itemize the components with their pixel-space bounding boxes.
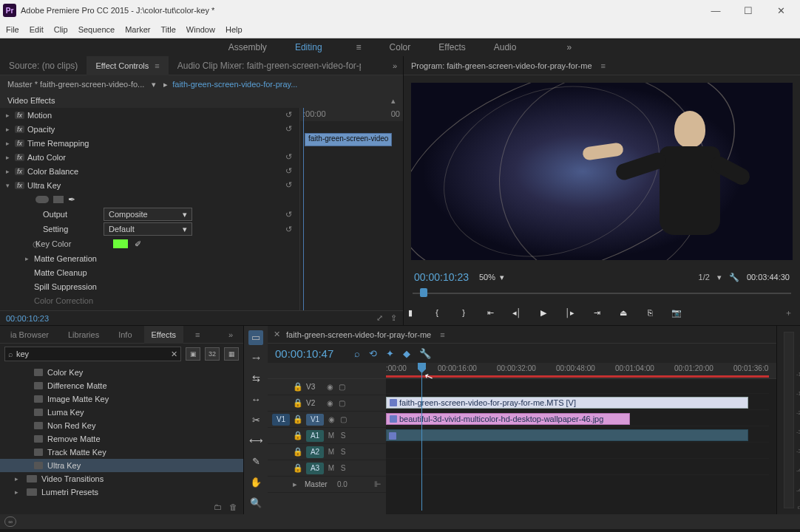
program-playhead[interactable] — [420, 288, 427, 297]
folder-lumetri-presets[interactable]: ▸Lumetri Presets — [0, 485, 243, 499]
program-scrubber[interactable] — [413, 287, 791, 300]
output-dropdown[interactable]: Composite▾ — [104, 208, 192, 221]
effect-controls-timeline[interactable]: :00:0000 faith-green-screen-video — [299, 108, 403, 310]
target-a1[interactable]: A1 — [306, 430, 324, 442]
play-icon[interactable]: ▶ — [537, 308, 550, 318]
panel-menu-icon[interactable]: ≡ — [155, 61, 159, 70]
minimize-button[interactable]: — — [699, 1, 732, 20]
effect-item-luma-key[interactable]: Luma Key — [0, 406, 243, 419]
reset-icon[interactable]: ↺ — [285, 225, 292, 234]
source-patch-v1[interactable]: V1 — [272, 414, 290, 426]
tab-effects[interactable]: Effects — [144, 326, 183, 344]
reset-icon[interactable]: ↺ — [285, 110, 292, 120]
tab-source[interactable]: Source: (no clips) — [0, 56, 87, 75]
menu-marker[interactable]: Marker — [125, 25, 150, 34]
clip-v1[interactable]: beautiful-3d-vivid-multicolor-hd-desktop… — [386, 413, 630, 425]
snap-icon[interactable]: ⌕ — [354, 348, 360, 359]
master-level[interactable]: 0.0 — [337, 480, 346, 488]
ec-playhead[interactable] — [303, 108, 304, 310]
reset-icon[interactable]: ↺ — [285, 210, 292, 219]
delete-icon[interactable]: 🗑 — [229, 502, 237, 511]
mask-pen-icon[interactable]: ✒ — [68, 194, 75, 205]
lock-icon[interactable]: 🔒 — [293, 431, 303, 440]
eyedropper-icon[interactable]: ✐ — [135, 239, 141, 249]
lock-icon[interactable]: 🔒 — [293, 463, 303, 473]
marker-icon[interactable]: ◆ — [403, 348, 410, 359]
timeline-ruler[interactable]: :00:00 00:00:16:00 00:00:32:00 00:00:48:… — [268, 363, 776, 379]
workspace-audio[interactable]: Audio — [494, 42, 517, 52]
track-header-v3[interactable]: 🔒V3◉▢ — [268, 379, 386, 395]
button-editor-add-icon[interactable]: ＋ — [784, 307, 793, 318]
panel-menu-icon[interactable]: ≡ — [440, 330, 444, 339]
track-header-v1[interactable]: V1🔒V1◉▢ — [268, 412, 386, 428]
setting-dropdown[interactable]: Default▾ — [104, 222, 192, 236]
hand-tool-icon[interactable]: ✋ — [248, 474, 263, 489]
clip-a1[interactable] — [386, 429, 748, 441]
reset-icon[interactable]: ↺ — [285, 166, 292, 176]
effects-search-input[interactable]: ⌕ key ✕ — [4, 347, 181, 361]
ec-export-icon[interactable]: ⇪ — [390, 313, 397, 323]
effect-opacity[interactable]: ▸fxOpacity↺ — [0, 122, 299, 136]
mask-ellipse-icon[interactable] — [35, 196, 49, 203]
maximize-button[interactable]: ☐ — [732, 1, 765, 20]
audio-meters[interactable]: 0 -6 -12 -18 -24 -30 -36 -42 -48 dB — [776, 326, 800, 514]
reset-icon[interactable]: ↺ — [285, 180, 292, 190]
tabs-overflow-icon[interactable]: » — [387, 61, 403, 70]
track-header-v2[interactable]: 🔒V2◉▢ — [268, 395, 386, 412]
solo-icon[interactable]: S — [339, 464, 348, 472]
lock-icon[interactable]: 🔒 — [293, 398, 303, 408]
linked-selection-icon[interactable]: ⟲ — [369, 348, 377, 359]
folder-video-transitions[interactable]: ▸Video Transitions — [0, 472, 243, 485]
timeline-settings-icon[interactable]: 🔧 — [419, 348, 431, 359]
solo-icon[interactable]: S — [339, 448, 348, 456]
filter-accelerated-icon[interactable]: ▣ — [186, 347, 200, 361]
target-a3[interactable]: A3 — [306, 463, 324, 474]
tab-libraries[interactable]: Libraries — [61, 330, 106, 339]
ultra-key-matte-cleanup[interactable]: ▸Matte Cleanup — [0, 265, 299, 279]
zoom-tool-icon[interactable]: 🔍 — [248, 495, 263, 510]
effect-motion[interactable]: ▸fxMotion↺ — [0, 108, 299, 122]
workspace-editing[interactable]: Editing — [295, 42, 322, 52]
effect-time-remapping[interactable]: ▸fxTime Remapping — [0, 136, 299, 150]
rate-stretch-tool-icon[interactable]: ↔ — [248, 392, 263, 407]
track-header-a1[interactable]: 🔒A1MS — [268, 428, 386, 444]
timeline-timecode[interactable]: 00:00:10:47 — [275, 347, 333, 360]
track-select-tool-icon[interactable]: ⤍ — [248, 351, 263, 366]
menu-clip[interactable]: Clip — [54, 25, 68, 34]
target-a2[interactable]: A2 — [306, 446, 324, 458]
reset-icon[interactable]: ↺ — [285, 124, 292, 134]
mark-out-bracket-icon[interactable]: } — [457, 308, 470, 317]
eye-icon[interactable]: ◉ — [325, 399, 334, 407]
workspace-effects[interactable]: Effects — [438, 42, 465, 52]
program-zoom[interactable]: 50%▾ — [479, 273, 504, 282]
program-resolution[interactable]: 1/2 — [699, 273, 710, 282]
menu-edit[interactable]: Edit — [30, 25, 44, 34]
mask-rect-icon[interactable] — [53, 196, 64, 203]
effect-item-track-matte-key[interactable]: Track Matte Key — [0, 446, 243, 459]
menu-title[interactable]: Title — [160, 25, 175, 34]
razor-tool-icon[interactable]: ✂ — [248, 413, 263, 428]
effect-ultra-key[interactable]: ▾fxUltra Key↺ — [0, 178, 299, 192]
clear-search-icon[interactable]: ✕ — [171, 349, 177, 359]
ec-clip-bar[interactable]: faith-green-screen-video — [305, 133, 392, 146]
effect-item-color-key[interactable]: Color Key — [0, 366, 243, 379]
effect-auto-color[interactable]: ▸fxAuto Color↺ — [0, 150, 299, 164]
target-v1[interactable]: V1 — [306, 414, 324, 426]
workspace-assembly[interactable]: Assembly — [228, 42, 267, 52]
panel-menu-icon[interactable]: ≡ — [188, 330, 207, 339]
sync-lock-icon[interactable]: ▢ — [337, 383, 346, 391]
lift-icon[interactable]: ⏏ — [617, 308, 630, 318]
reset-icon[interactable]: ↺ — [285, 152, 292, 162]
slip-tool-icon[interactable]: ⟷ — [248, 433, 263, 448]
add-marker-icon[interactable]: ✦ — [386, 348, 394, 359]
track-header-a3[interactable]: 🔒A3MS — [268, 460, 386, 477]
new-bin-icon[interactable]: 🗀 — [214, 502, 222, 511]
program-monitor-viewport[interactable] — [411, 83, 793, 260]
clip-v2[interactable]: faith-green-screen-video-for-pray-for-me… — [386, 397, 748, 409]
panel-menu-icon[interactable]: ≡ — [601, 61, 606, 70]
master-dropdown-icon[interactable]: ▾ — [152, 80, 156, 89]
tabs-overflow-icon[interactable]: » — [221, 330, 240, 339]
section-collapse-icon[interactable]: ▴ — [391, 96, 396, 106]
stopwatch-icon[interactable]: ◷ — [0, 239, 33, 249]
track-header-a2[interactable]: 🔒A2MS — [268, 444, 386, 460]
